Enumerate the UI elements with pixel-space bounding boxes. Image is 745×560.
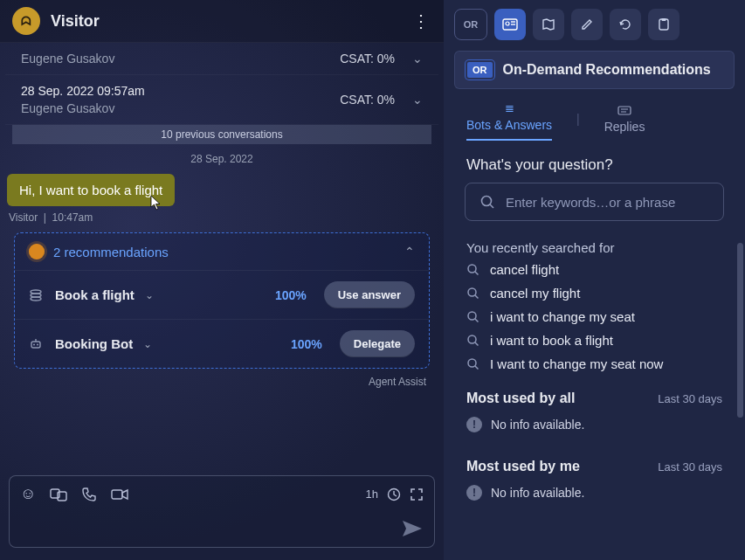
svg-point-30 [468, 359, 476, 367]
translate-icon[interactable] [50, 487, 67, 502]
call-icon[interactable] [81, 487, 97, 502]
timer-area: 1h [366, 487, 424, 501]
recent-search-item[interactable]: cancel flight [466, 262, 722, 277]
recent-searches: cancel flight cancel my flight i want to… [444, 262, 745, 371]
svg-rect-16 [662, 18, 666, 21]
most-used-me-title: Most used by me [466, 459, 658, 474]
history-button[interactable] [610, 9, 641, 40]
more-menu-button[interactable]: ⋮ [410, 10, 431, 31]
svg-line-29 [475, 342, 479, 346]
clipboard-button[interactable] [648, 9, 679, 40]
avatar: ᗣ [12, 7, 40, 35]
search-icon [466, 263, 479, 276]
recommendations-title: 2 recommendations [53, 245, 396, 259]
recent-search-item[interactable]: i want to book a flight [466, 333, 722, 348]
question-label: What's your question? [444, 141, 745, 183]
delegate-button[interactable]: Delegate [340, 330, 415, 357]
search-icon [466, 310, 479, 323]
svg-line-27 [475, 319, 479, 322]
csat-value: CSAT: 0% [340, 93, 395, 107]
confidence-pct: 100% [275, 288, 307, 302]
chevron-down-icon[interactable]: ⌄ [145, 289, 154, 301]
chevron-down-icon[interactable]: ⌄ [143, 338, 152, 350]
chat-title: Visitor [51, 12, 400, 31]
use-answer-button[interactable]: Use answer [324, 281, 415, 308]
odr-tabs: ≣ Bots & Answers | Replies [444, 96, 745, 141]
svg-line-21 [490, 204, 493, 208]
no-info-row: ! No info available. [444, 410, 745, 439]
video-icon[interactable] [111, 487, 128, 501]
search-icon [466, 334, 479, 347]
agent-assist-label: Agent Assist [7, 372, 437, 395]
recent-search-item[interactable]: i want to change my seat [466, 309, 722, 324]
most-used-all-title: Most used by all [466, 391, 658, 406]
search-input[interactable] [506, 195, 709, 210]
emoji-icon[interactable]: ☺ [20, 485, 36, 503]
recent-search-item[interactable]: cancel my flight [466, 286, 722, 301]
recommendation-item: Booking Bot ⌄ 100% Delegate [15, 319, 429, 368]
send-button[interactable] [401, 519, 424, 538]
conversation-row[interactable]: Eugene Gusakov CSAT: 0% ⌄ [5, 43, 438, 75]
message-composer: ☺ 1h [9, 475, 435, 548]
suggestion-icon [29, 244, 45, 259]
messages-area: Hi, I want to book a flight Visitor | 10… [0, 170, 444, 472]
svg-point-2 [31, 297, 41, 301]
timer-value: 1h [366, 487, 378, 501]
expand-icon[interactable] [410, 487, 424, 501]
csat-value: CSAT: 0% [340, 52, 395, 66]
chevron-up-icon[interactable]: ⌃ [404, 245, 415, 259]
message-meta: Visitor | 10:47am [9, 211, 437, 224]
date-separator: 28 Sep. 2022 [0, 144, 444, 170]
svg-point-20 [482, 197, 492, 206]
search-box[interactable] [465, 183, 724, 221]
odr-badge: OR [466, 60, 494, 80]
replies-icon [617, 106, 631, 116]
search-icon [479, 194, 495, 210]
most-used-all-header: Most used by all Last 30 days [444, 371, 745, 410]
recommendations-header[interactable]: 2 recommendations ⌃ [15, 233, 429, 270]
info-icon: ! [466, 417, 482, 432]
scrollbar[interactable] [737, 243, 743, 418]
svg-line-23 [475, 272, 479, 275]
or-badge-button[interactable]: OR [454, 9, 487, 40]
clock-icon[interactable] [387, 487, 401, 501]
odr-header: OR On-Demand Recommendations [454, 51, 735, 89]
range-label: Last 30 days [658, 392, 722, 405]
no-info-row: ! No info available. [444, 478, 745, 508]
layers-icon [29, 288, 45, 302]
svg-point-26 [468, 312, 476, 320]
map-button[interactable] [533, 9, 564, 40]
recommendation-name: Book a flight [55, 287, 135, 302]
edit-button[interactable] [571, 9, 603, 40]
chevron-down-icon: ⌄ [412, 52, 423, 66]
svg-rect-17 [618, 107, 631, 114]
confidence-pct: 100% [291, 337, 322, 351]
chat-header: ᗣ Visitor ⋮ [0, 0, 444, 43]
svg-point-22 [468, 265, 476, 273]
tab-replies[interactable]: Replies [604, 106, 645, 141]
conversation-agent: Eugene Gusakov [21, 101, 340, 115]
previous-conversations-bar[interactable]: 10 previous conversations [12, 125, 431, 144]
chat-panel: ᗣ Visitor ⋮ Eugene Gusakov CSAT: 0% ⌄ 28… [0, 0, 444, 560]
recommendations-panel: 2 recommendations ⌃ Book a flight ⌄ 100%… [14, 232, 430, 369]
contact-card-button[interactable] [494, 9, 526, 40]
recent-search-item[interactable]: I want to change my seat now [466, 356, 722, 371]
odr-title: On-Demand Recommendations [503, 62, 711, 78]
tab-separator: | [576, 112, 580, 131]
stack-icon: ≣ [505, 101, 514, 114]
svg-point-28 [468, 335, 476, 343]
bot-icon [29, 337, 45, 351]
svg-point-5 [37, 343, 38, 345]
tab-bots-answers[interactable]: ≣ Bots & Answers [466, 101, 552, 141]
recommendation-item: Book a flight ⌄ 100% Use answer [15, 270, 429, 319]
cursor-icon [150, 195, 162, 211]
svg-point-12 [506, 22, 509, 25]
range-label: Last 30 days [658, 460, 722, 474]
svg-rect-9 [112, 490, 122, 499]
search-icon [466, 357, 479, 370]
recommendations-sidebar: OR OR On-Demand Recommendations ≣ Bots &… [444, 0, 745, 560]
svg-rect-3 [31, 342, 40, 348]
conversation-agent: Eugene Gusakov [21, 52, 340, 66]
conversation-row[interactable]: 28 Sep. 2022 09:57am Eugene Gusakov CSAT… [5, 75, 438, 125]
toolbar: OR [444, 0, 745, 49]
